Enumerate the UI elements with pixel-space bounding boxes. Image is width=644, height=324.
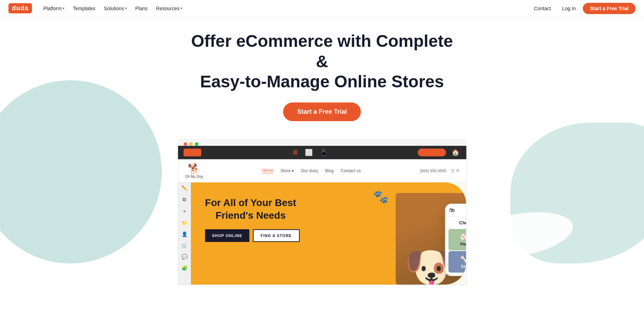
- paw-icon: 🐾: [373, 189, 389, 204]
- eat-icon: 🦴: [460, 255, 466, 263]
- main-nav: duda Platform ▾ Templates Solutions ▾ Pl…: [0, 0, 644, 17]
- chevron-down-icon: ▾: [125, 6, 127, 10]
- nav-contact-link[interactable]: Contact: [530, 4, 555, 13]
- site-mockup: 🐕 Oh My Dog Home Store ▾ Our story Blog …: [178, 159, 466, 285]
- browser-chrome: [178, 139, 466, 146]
- browser-toolbar: 🖥 ⬜ 📱 🏠: [178, 146, 466, 159]
- hero-heading: Offer eCommerce with Complete & Easy-to-…: [189, 31, 456, 92]
- mobile-category-grid: ⚾ Play 🐕 Walk 🦴 Eat: [446, 229, 466, 275]
- dog-logo-icon: 🐕: [188, 163, 200, 175]
- play-label: Play: [460, 242, 466, 246]
- play-icon: ⚾: [460, 233, 466, 241]
- pencil-icon[interactable]: ✏️: [181, 185, 187, 191]
- hero-cta-button[interactable]: Start a Free Trial: [283, 102, 361, 121]
- site-nav-links: Home Store ▾ Our story Blog Contact us: [210, 168, 413, 173]
- pages-icon[interactable]: ⧉: [183, 197, 186, 202]
- editor-sidebar: ✏️ ⧉ ＋ 📁 👤 🛒 💬 🧩: [178, 182, 191, 285]
- mobile-logo-icon: 🛍: [449, 207, 455, 213]
- site-phone: (555) 555-5555: [420, 169, 446, 173]
- home-icon[interactable]: 🏠: [452, 149, 459, 156]
- browser-mockup: 🖥 ⬜ 📱 🏠 🐕 Oh My Dog Home Store ▾ Our sto…: [178, 139, 466, 285]
- browser-dot-red: [184, 142, 187, 146]
- category-eat[interactable]: 🦴 Eat: [448, 251, 466, 273]
- puzzle-icon[interactable]: 🧩: [181, 265, 187, 271]
- browser-preview-rect: [418, 149, 446, 156]
- logo[interactable]: duda: [8, 3, 32, 13]
- site-logo-text: Oh My Dog: [185, 175, 203, 179]
- mobile-mockup: 🛍 Oh My Dog ≡ Choose a Category ⚾: [445, 204, 466, 276]
- site-content-bg: For All of Your Best Friend's Needs SHOP…: [191, 182, 466, 285]
- desktop-icon[interactable]: 🖥: [292, 149, 298, 156]
- category-play[interactable]: ⚾ Play: [448, 229, 466, 250]
- nav-cta-button[interactable]: Start a Free Trial: [583, 3, 636, 14]
- browser-logo-rect: [184, 149, 201, 156]
- nav-item-platform[interactable]: Platform ▾: [40, 4, 67, 13]
- browser-dot-yellow: [189, 142, 193, 146]
- nav-item-templates[interactable]: Templates: [70, 4, 98, 13]
- cart-icon[interactable]: 🛒 0: [451, 168, 459, 173]
- site-nav-blog[interactable]: Blog: [325, 168, 334, 173]
- site-hero-section: For All of Your Best Friend's Needs SHOP…: [191, 182, 466, 285]
- person-icon[interactable]: 👤: [181, 231, 187, 237]
- chevron-down-icon: ▾: [63, 6, 64, 10]
- editor-wrap: ✏️ ⧉ ＋ 📁 👤 🛒 💬 🧩 For All of Your Best Fr…: [178, 182, 466, 285]
- hero-section: Offer eCommerce with Complete & Easy-to-…: [0, 17, 644, 324]
- browser-dot-green: [195, 142, 198, 146]
- nav-item-solutions[interactable]: Solutions ▾: [101, 4, 130, 13]
- nav-item-resources[interactable]: Resources ▾: [153, 4, 185, 13]
- eat-label: Eat: [461, 264, 466, 268]
- site-hero-heading: For All of Your Best Friend's Needs: [205, 197, 297, 222]
- bg-blob-left: [0, 80, 162, 263]
- find-store-button[interactable]: FIND A STORE: [253, 229, 300, 242]
- site-nav-bar: 🐕 Oh My Dog Home Store ▾ Our story Blog …: [178, 160, 466, 182]
- mobile-icon[interactable]: 📱: [320, 149, 327, 156]
- site-nav-right: (555) 555-5555 🛒 0: [420, 168, 459, 173]
- site-nav-contact[interactable]: Contact us: [341, 168, 361, 173]
- chevron-down-icon: ▾: [180, 6, 182, 10]
- site-nav-our-story[interactable]: Our story: [301, 168, 318, 173]
- nav-login-link[interactable]: Log In: [558, 4, 580, 13]
- shop-online-button[interactable]: SHOP ONLINE: [205, 229, 250, 242]
- mobile-category-title: Choose a Category: [446, 217, 466, 229]
- cart-sidebar-icon[interactable]: 🛒: [181, 243, 187, 248]
- site-logo: 🐕 Oh My Dog: [185, 163, 203, 179]
- tablet-icon[interactable]: ⬜: [305, 149, 313, 156]
- folder-icon[interactable]: 📁: [181, 220, 187, 226]
- site-nav-store[interactable]: Store ▾: [280, 168, 294, 173]
- site-nav-home[interactable]: Home: [262, 168, 273, 173]
- nav-item-plans[interactable]: Plans: [133, 4, 151, 13]
- add-icon[interactable]: ＋: [182, 208, 187, 214]
- chat-icon[interactable]: 💬: [181, 254, 187, 260]
- mobile-nav: 🛍 Oh My Dog ≡: [446, 204, 466, 217]
